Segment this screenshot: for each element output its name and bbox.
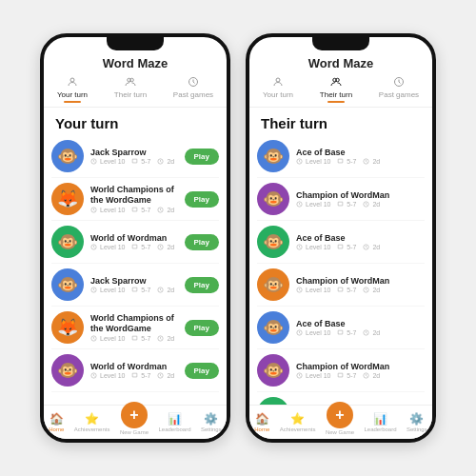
game-name: World Champions of the WordGame <box>90 185 178 206</box>
game-name: Jack Sparrow <box>90 276 178 286</box>
game-meta: Level 10 5-7 2d <box>296 372 425 379</box>
phones-container: Word MazeYour turnTheir turnPast gamesYo… <box>30 24 446 452</box>
game-meta: Level 10 5-7 2d <box>90 244 178 250</box>
nav-label: Achievements <box>74 426 110 432</box>
tabs: Your turnTheir turnPast games <box>249 74 432 108</box>
game-name: World of Wordman <box>90 233 178 243</box>
nav-item-settings[interactable]: ⚙️Settings <box>201 412 222 432</box>
game-item: 🐵World of Wordman Level 10 5-7 2dPlay <box>51 221 219 264</box>
nav-label: Home <box>254 426 269 432</box>
nav-label: Achievements <box>280 426 316 432</box>
phone-notch <box>107 37 164 50</box>
play-button[interactable]: Play <box>185 277 219 293</box>
game-item: 🐵Ace of Base Level 10 5-7 2d <box>257 135 425 178</box>
game-name: World of Wordman <box>90 362 178 371</box>
tab-yourturn[interactable]: Your turn <box>259 76 297 103</box>
avatar: 🐵 <box>257 268 289 301</box>
game-name: Ace of Base <box>296 233 425 243</box>
nav-label: Leaderboard <box>364 426 396 432</box>
tab-icon <box>188 76 199 89</box>
nav-item-leaderboard[interactable]: 📊Leaderboard <box>364 412 396 432</box>
nav-icon: 📊 <box>373 412 387 426</box>
nav-item-achievements[interactable]: ⭐Achievements <box>74 412 110 432</box>
avatar: 🐵 <box>51 354 84 387</box>
game-info: World Champions of the WordGame Level 10… <box>90 185 178 213</box>
game-info: Jack Sparrow Level 10 5-7 2d <box>90 276 178 293</box>
nav-item-settings[interactable]: ⚙️Settings <box>407 412 427 432</box>
nav-item-new-game[interactable]: +New Game <box>120 409 149 435</box>
app-title: Word Maze <box>249 50 432 74</box>
game-meta: Level 10 5-7 2d <box>296 201 425 208</box>
tab-label: Your turn <box>57 90 88 99</box>
tab-label: Their turn <box>114 90 147 99</box>
section-title: Their turn <box>249 108 432 135</box>
game-name: Ace of Base <box>296 148 425 157</box>
game-info: Ace of Base Level 10 5-7 2d <box>296 148 425 165</box>
game-item: 🐵Jack Sparrow Level 10 5-7 2dPlay <box>51 135 219 178</box>
game-item: 🐵Champion of WordMan Level 10 5-7 2d <box>257 264 425 307</box>
play-button[interactable]: Play <box>185 191 219 208</box>
phone-notch <box>312 37 369 50</box>
tab-yourturn[interactable]: Your turn <box>53 76 91 103</box>
game-meta: Level 10 5-7 2d <box>90 372 178 379</box>
nav-label: Leaderboard <box>158 426 190 432</box>
tab-icon <box>272 76 284 89</box>
tab-label: Past games <box>173 90 213 99</box>
bottom-nav: 🏠Home⭐Achievements+New Game📊Leaderboard⚙… <box>249 405 432 439</box>
avatar: 🦊 <box>51 183 84 215</box>
game-item: 🐵Ace of Base Level 10 5-7 2d <box>257 221 425 264</box>
nav-label: Home <box>49 426 64 432</box>
avatar: 🐵 <box>51 226 84 258</box>
game-info: World of Wordman Level 10 5-7 2d <box>90 362 178 379</box>
game-item: 🐵Jack Sparrow Level 10 5-7 2dPlay <box>51 264 219 307</box>
game-name: Champion of WordMan <box>296 276 425 286</box>
avatar: 🦊 <box>51 311 84 344</box>
tabs: Your turnTheir turnPast games <box>44 74 227 108</box>
app-title: Word Maze <box>44 50 227 74</box>
game-info: Champion of WordMan Level 10 5-7 2d <box>296 276 425 293</box>
bottom-nav: 🏠Home⭐Achievements+New Game📊Leaderboard⚙… <box>44 405 227 439</box>
tab-theirturn[interactable]: Their turn <box>316 76 356 103</box>
tab-pastgames[interactable]: Past games <box>375 76 423 103</box>
new-game-icon: + <box>121 402 148 428</box>
tab-label: Past games <box>379 90 419 99</box>
game-info: Champion of WordMan Level 10 5-7 2d <box>296 190 425 208</box>
game-item: 🐵World of Wordman Level 10 5-7 2dPlay <box>51 349 219 392</box>
tab-icon <box>393 76 405 89</box>
play-button[interactable]: Play <box>185 234 219 250</box>
tab-pastgames[interactable]: Past games <box>169 76 217 103</box>
tab-theirturn[interactable]: Their turn <box>110 76 150 103</box>
nav-icon: ⭐ <box>290 412 305 426</box>
game-meta: Level 10 5-7 2d <box>90 207 178 213</box>
game-info: Jack Sparrow Level 10 5-7 2d <box>90 148 178 165</box>
nav-icon: ⭐ <box>85 412 99 426</box>
phone-left: Word MazeYour turnTheir turnPast gamesYo… <box>40 33 230 443</box>
game-info: World of Wordman Level 10 5-7 2d <box>90 233 178 250</box>
nav-item-leaderboard[interactable]: 📊Leaderboard <box>158 412 190 432</box>
play-button[interactable]: Play <box>185 320 219 336</box>
tab-label: Their turn <box>320 90 352 99</box>
nav-item-home[interactable]: 🏠Home <box>254 412 269 432</box>
avatar: 🐵 <box>257 226 289 258</box>
avatar: 🐵 <box>51 140 84 172</box>
nav-label: Settings <box>201 426 222 432</box>
game-meta: Level 10 5-7 2d <box>90 287 178 293</box>
game-info: Ace of Base Level 10 5-7 2d <box>296 319 425 336</box>
avatar: 🐵 <box>257 140 289 172</box>
section-title: Your turn <box>44 108 227 135</box>
play-button[interactable]: Play <box>185 149 219 165</box>
avatar: 🐵 <box>257 183 289 215</box>
game-name: Ace of Base <box>296 319 425 328</box>
nav-item-achievements[interactable]: ⭐Achievements <box>280 412 316 432</box>
avatar: 🐵 <box>257 354 289 387</box>
nav-item-new-game[interactable]: +New Game <box>326 409 354 435</box>
tab-label: Your turn <box>263 90 293 99</box>
tab-icon <box>125 76 136 89</box>
game-info: World Champions of the WordGame Level 10… <box>90 313 178 342</box>
svg-point-0 <box>70 78 74 82</box>
nav-label: Settings <box>407 426 427 432</box>
game-meta: Level 10 5-7 2d <box>296 158 425 165</box>
game-meta: Level 10 5-7 2d <box>296 287 425 293</box>
play-button[interactable]: Play <box>185 363 219 379</box>
nav-item-home[interactable]: 🏠Home <box>49 412 64 432</box>
